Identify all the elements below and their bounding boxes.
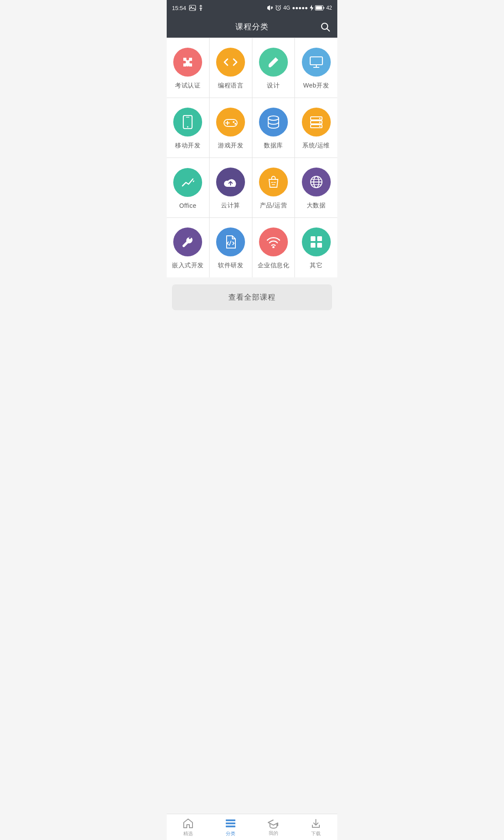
category-item-game[interactable]: 游戏开发 bbox=[210, 98, 252, 158]
image-icon bbox=[189, 5, 196, 11]
category-label-kaoshi: 考试认证 bbox=[175, 82, 200, 90]
svg-rect-10 bbox=[310, 57, 322, 65]
biancheng-icon bbox=[216, 48, 245, 77]
mobile-icon bbox=[173, 108, 202, 136]
svg-point-15 bbox=[233, 121, 234, 123]
nav-item-featured[interactable]: 精选 bbox=[167, 814, 210, 840]
lightning-icon bbox=[310, 5, 313, 11]
category-grid: 考试认证编程语言设计Web开发移动开发游戏开发数据库系统/运维Office云计算… bbox=[167, 38, 337, 277]
nav-icon-download bbox=[310, 818, 322, 829]
svg-rect-34 bbox=[226, 819, 235, 821]
svg-point-21 bbox=[319, 118, 320, 119]
category-item-cloud[interactable]: 云计算 bbox=[210, 158, 252, 217]
nav-item-category[interactable]: 分类 bbox=[210, 814, 252, 840]
category-label-embedded: 嵌入式开发 bbox=[172, 262, 204, 270]
usb-icon bbox=[199, 4, 203, 11]
bigdata-icon bbox=[302, 168, 331, 196]
sheji-icon bbox=[259, 48, 288, 77]
category-item-software[interactable]: 软件研发 bbox=[210, 218, 252, 277]
category-label-bigdata: 大数据 bbox=[307, 202, 326, 210]
sysops-icon bbox=[302, 108, 331, 136]
category-item-enterprise[interactable]: 企业信息化 bbox=[252, 218, 295, 277]
mute-icon bbox=[267, 5, 273, 11]
nav-label-download: 下载 bbox=[311, 830, 321, 837]
category-label-biancheng: 编程语言 bbox=[218, 82, 243, 90]
product-icon bbox=[259, 168, 288, 196]
status-time: 15:54 bbox=[172, 5, 186, 11]
svg-rect-6 bbox=[316, 6, 322, 10]
category-item-sysops[interactable]: 系统/运维 bbox=[295, 98, 337, 158]
category-label-software: 软件研发 bbox=[218, 262, 243, 270]
battery-icon bbox=[315, 5, 325, 10]
header: 课程分类 bbox=[167, 16, 337, 38]
category-label-game: 游戏开发 bbox=[218, 142, 243, 150]
svg-rect-33 bbox=[317, 243, 322, 248]
category-label-sysops: 系统/运维 bbox=[302, 142, 329, 150]
svg-point-16 bbox=[234, 123, 236, 125]
category-item-mobile[interactable]: 移动开发 bbox=[167, 98, 209, 158]
category-label-cloud: 云计算 bbox=[221, 202, 240, 210]
bottom-nav: 精选分类我的下载 bbox=[167, 814, 337, 840]
category-label-other: 其它 bbox=[310, 262, 322, 270]
office-icon bbox=[173, 168, 202, 197]
kaoshi-icon bbox=[173, 48, 202, 77]
category-label-webdev: Web开发 bbox=[303, 82, 329, 90]
embedded-icon bbox=[173, 228, 202, 256]
game-icon bbox=[216, 108, 245, 136]
category-item-embedded[interactable]: 嵌入式开发 bbox=[167, 218, 209, 277]
nav-label-featured: 精选 bbox=[183, 830, 193, 837]
svg-rect-32 bbox=[311, 243, 315, 248]
nav-icon-mine bbox=[267, 818, 280, 829]
category-label-sheji: 设计 bbox=[267, 82, 280, 90]
svg-point-12 bbox=[187, 126, 189, 128]
category-item-webdev[interactable]: Web开发 bbox=[295, 38, 337, 98]
enterprise-icon bbox=[259, 228, 288, 256]
svg-point-22 bbox=[319, 122, 320, 123]
view-all-section: 查看全部课程 bbox=[167, 277, 337, 317]
svg-point-17 bbox=[268, 116, 279, 120]
webdev-icon bbox=[302, 48, 331, 77]
svg-rect-31 bbox=[317, 236, 322, 241]
nav-label-mine: 我的 bbox=[269, 830, 278, 836]
category-item-office[interactable]: Office bbox=[167, 158, 209, 217]
svg-rect-35 bbox=[226, 822, 235, 824]
software-icon bbox=[216, 228, 245, 256]
database-icon bbox=[259, 108, 288, 136]
nav-item-download[interactable]: 下载 bbox=[295, 814, 338, 840]
svg-point-9 bbox=[269, 65, 271, 67]
svg-rect-36 bbox=[226, 826, 235, 827]
svg-line-8 bbox=[327, 29, 330, 32]
battery-percent: 42 bbox=[326, 5, 332, 11]
category-item-database[interactable]: 数据库 bbox=[252, 98, 295, 158]
svg-rect-30 bbox=[311, 236, 315, 241]
category-label-database: 数据库 bbox=[264, 142, 283, 150]
category-item-bigdata[interactable]: 大数据 bbox=[295, 158, 337, 217]
svg-rect-0 bbox=[189, 5, 196, 10]
nav-label-category: 分类 bbox=[226, 830, 235, 837]
svg-point-2 bbox=[200, 10, 201, 11]
nav-icon-featured bbox=[182, 818, 194, 829]
svg-point-29 bbox=[272, 246, 274, 248]
category-label-product: 产品/运营 bbox=[260, 202, 287, 210]
category-item-sheji[interactable]: 设计 bbox=[252, 38, 295, 98]
alarm-icon bbox=[275, 5, 281, 11]
category-item-biancheng[interactable]: 编程语言 bbox=[210, 38, 252, 98]
network-label: 4G bbox=[283, 5, 290, 11]
status-bar: 15:54 4G ●●●●● 42 bbox=[167, 0, 337, 16]
category-label-enterprise: 企业信息化 bbox=[258, 262, 290, 270]
other-icon bbox=[302, 228, 331, 256]
category-label-mobile: 移动开发 bbox=[175, 142, 200, 150]
search-button[interactable] bbox=[320, 21, 330, 32]
nav-item-mine[interactable]: 我的 bbox=[252, 814, 295, 840]
category-item-kaoshi[interactable]: 考试认证 bbox=[167, 38, 209, 98]
category-item-product[interactable]: 产品/运营 bbox=[252, 158, 295, 217]
cloud-icon bbox=[216, 168, 245, 196]
svg-rect-13 bbox=[186, 117, 189, 118]
category-label-office: Office bbox=[179, 202, 196, 209]
view-all-button[interactable]: 查看全部课程 bbox=[172, 284, 332, 310]
status-right: 4G ●●●●● 42 bbox=[267, 5, 332, 11]
category-item-other[interactable]: 其它 bbox=[295, 218, 337, 277]
page-title: 课程分类 bbox=[235, 21, 269, 32]
svg-point-23 bbox=[319, 126, 320, 127]
nav-icon-category bbox=[225, 818, 236, 829]
